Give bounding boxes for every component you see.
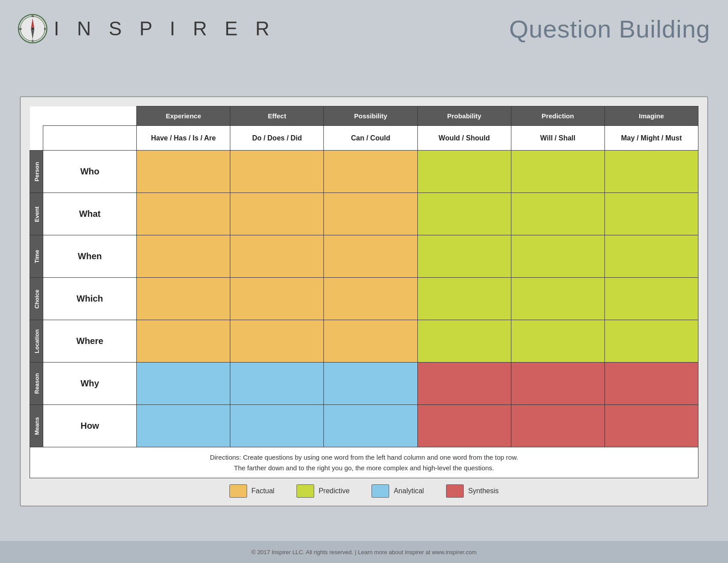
legend-swatch-synthesis (446, 484, 464, 498)
cell-which-probability (417, 278, 511, 320)
table-row: LocationWhere (30, 320, 698, 363)
cell-how-probability (417, 405, 511, 447)
cell-when-imagine (604, 235, 698, 278)
svg-text:N: N (31, 15, 34, 18)
cell-when-experience (137, 235, 230, 278)
col-header-possibility: Possibility (324, 106, 417, 126)
cell-where-prediction (511, 320, 604, 363)
cell-what-possibility (324, 193, 417, 235)
table-row: PersonWho (30, 151, 698, 193)
cell-how-effect (230, 405, 324, 447)
cell-how-prediction (511, 405, 604, 447)
cell-who-effect (230, 151, 324, 193)
directions-line2: The farther down and to the right you go… (234, 464, 494, 472)
row-label-which: Which (43, 278, 137, 320)
logo-text: I N S P I R E R (54, 18, 276, 40)
cell-who-possibility (324, 151, 417, 193)
row-label-why: Why (43, 363, 137, 405)
cell-which-experience (137, 278, 230, 320)
cell-why-prediction (511, 363, 604, 405)
row-label-when: When (43, 235, 137, 278)
sub-header-imagine: May / Might / Must (604, 126, 698, 151)
row-label-how: How (43, 405, 137, 447)
cell-why-experience (137, 363, 230, 405)
table-row: ChoiceWhich (30, 278, 698, 320)
legend-item-synthesis: Synthesis (446, 484, 499, 498)
header: N S E W I N S P I R E R Question Buildin… (0, 0, 728, 57)
svg-text:S: S (32, 39, 34, 42)
footer-text: © 2017 Inspirer LLC. All rights reserved… (251, 549, 477, 555)
table-row: EventWhat (30, 193, 698, 235)
cell-which-effect (230, 278, 324, 320)
directions-line1: Directions: Create questions by using on… (210, 453, 518, 461)
cell-how-possibility (324, 405, 417, 447)
sub-header-experience: Have / Has / Is / Are (137, 126, 230, 151)
card: Experience Effect Possibility Probabilit… (20, 96, 708, 506)
cell-when-probability (417, 235, 511, 278)
legend-swatch-predictive (296, 484, 314, 498)
cell-where-effect (230, 320, 324, 363)
legend-swatch-analytical (372, 484, 389, 498)
col-header-row: Experience Effect Possibility Probabilit… (30, 106, 698, 126)
logo-area: N S E W I N S P I R E R (18, 14, 276, 44)
table-row: TimeWhen (30, 235, 698, 278)
cell-how-imagine (604, 405, 698, 447)
sidebar-label-person: Person (30, 151, 43, 193)
col-header-effect: Effect (230, 106, 324, 126)
cell-where-experience (137, 320, 230, 363)
cell-which-imagine (604, 278, 698, 320)
cell-why-probability (417, 363, 511, 405)
cell-who-probability (417, 151, 511, 193)
cell-which-possibility (324, 278, 417, 320)
legend-label-predictive: Predictive (319, 487, 349, 495)
legend-label-factual: Factual (251, 487, 274, 495)
cell-when-possibility (324, 235, 417, 278)
cell-what-experience (137, 193, 230, 235)
sidebar-label-time: Time (30, 235, 43, 278)
row-label-where: Where (43, 320, 137, 363)
col-header-experience: Experience (137, 106, 230, 126)
cell-what-probability (417, 193, 511, 235)
legend-item-factual: Factual (229, 484, 274, 498)
cell-why-effect (230, 363, 324, 405)
compass-icon: N S E W (18, 14, 48, 44)
col-header-imagine: Imagine (604, 106, 698, 126)
legend-label-analytical: Analytical (394, 487, 424, 495)
legend: FactualPredictiveAnalyticalSynthesis (30, 484, 698, 498)
directions-text: Directions: Create questions by using on… (30, 447, 698, 478)
cell-when-effect (230, 235, 324, 278)
cell-why-imagine (604, 363, 698, 405)
cell-who-experience (137, 151, 230, 193)
col-header-probability: Probability (417, 106, 511, 126)
cell-how-experience (137, 405, 230, 447)
legend-label-synthesis: Synthesis (468, 487, 499, 495)
sub-header-probability: Would / Should (417, 126, 511, 151)
row-label-what: What (43, 193, 137, 235)
legend-item-analytical: Analytical (372, 484, 424, 498)
table-row: ReasonWhy (30, 363, 698, 405)
legend-item-predictive: Predictive (296, 484, 349, 498)
cell-who-imagine (604, 151, 698, 193)
sub-header-possibility: Can / Could (324, 126, 417, 151)
sub-header-effect: Do / Does / Did (230, 126, 324, 151)
sub-header-prediction: Will / Shall (511, 126, 604, 151)
cell-why-possibility (324, 363, 417, 405)
directions-row: Directions: Create questions by using on… (30, 447, 698, 478)
table-row: MeansHow (30, 405, 698, 447)
cell-what-prediction (511, 193, 604, 235)
cell-who-prediction (511, 151, 604, 193)
sidebar-label-event: Event (30, 193, 43, 235)
cell-what-effect (230, 193, 324, 235)
sidebar-label-location: Location (30, 320, 43, 363)
page-title: Question Building (509, 15, 710, 43)
cell-what-imagine (604, 193, 698, 235)
svg-text:W: W (19, 27, 22, 30)
sub-header-row: Have / Has / Is / Are Do / Does / Did Ca… (30, 126, 698, 151)
cell-which-prediction (511, 278, 604, 320)
main-content: Experience Effect Possibility Probabilit… (0, 57, 728, 541)
svg-point-4 (31, 27, 34, 30)
cell-when-prediction (511, 235, 604, 278)
sidebar-label-choice: Choice (30, 278, 43, 320)
col-header-prediction: Prediction (511, 106, 604, 126)
legend-swatch-factual (229, 484, 247, 498)
